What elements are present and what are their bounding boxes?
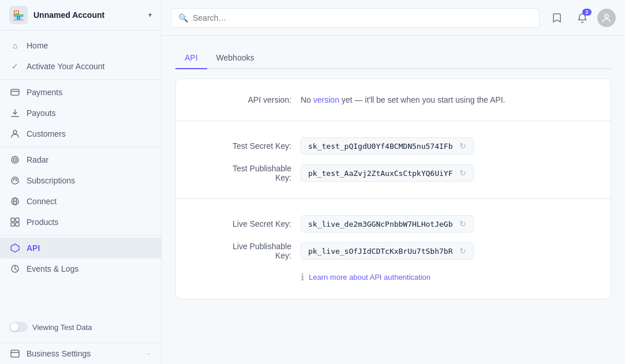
search-input[interactable] <box>193 13 532 22</box>
notification-count: 2 <box>582 9 592 16</box>
sidebar-item-products[interactable]: Products <box>0 212 161 232</box>
api-tabs: API Webhooks <box>175 47 611 69</box>
toggle-label: Viewing Test Data <box>32 323 92 332</box>
search-icon: 🔍 <box>178 13 188 22</box>
api-version-text: No version yet — it'll be set when you s… <box>301 95 505 104</box>
account-name: Unnamed Account <box>33 10 148 20</box>
svg-rect-12 <box>16 218 19 222</box>
test-publishable-key-value: pk_test_AaZvj2ZtAuxCsCtpkYQ6UiYF <box>308 169 455 178</box>
sidebar-item-connect-label: Connect <box>27 197 57 206</box>
tab-webhooks[interactable]: Webhooks <box>207 47 264 69</box>
svg-rect-14 <box>16 223 19 226</box>
user-avatar[interactable] <box>597 9 616 27</box>
live-publishable-key-label: Live Publishable Key: <box>199 242 291 260</box>
main-content: 🔍 2 API Webhooks AP <box>162 0 625 364</box>
live-publishable-refresh-icon[interactable]: ↻ <box>459 246 466 256</box>
sidebar-item-payments-label: Payments <box>27 88 62 97</box>
test-keys-section: Test Secret Key: sk_test_pQIgdU0Yf4BCMDN… <box>176 121 611 198</box>
live-secret-key-value: sk_live_de2m3GGNcPnbbW7HLHotJeGb <box>308 220 455 228</box>
svg-marker-15 <box>11 244 19 252</box>
live-publishable-key-value: pk_live_sOfJIdCDTcKxBrUu7tSbh7bR <box>308 247 455 256</box>
live-publishable-label-line2: Key: <box>275 251 291 260</box>
payouts-icon <box>9 107 21 119</box>
live-secret-key-row: Live Secret Key: sk_live_de2m3GGNcPnbbW7… <box>199 215 587 232</box>
sidebar-item-api[interactable]: API <box>0 238 161 258</box>
test-data-toggle-section: Viewing Test Data <box>0 314 161 340</box>
sidebar-item-business-settings[interactable]: Business Settings → <box>0 343 161 364</box>
nav-divider-1 <box>0 79 161 80</box>
version-link[interactable]: version <box>313 95 339 104</box>
sidebar-item-payouts[interactable]: Payouts <box>0 103 161 123</box>
payments-icon <box>9 87 21 98</box>
test-publishable-refresh-icon[interactable]: ↻ <box>459 168 466 178</box>
test-secret-key-row: Test Secret Key: sk_test_pQIgdU0Yf4BCMDN… <box>199 137 587 155</box>
info-row: ℹ Learn more about API authentication <box>199 269 587 283</box>
content-area: API Webhooks API version: No version yet… <box>162 36 625 364</box>
test-secret-key-field: sk_test_pQIgdU0Yf4BCMDN5nu574IFb ↻ <box>301 137 474 155</box>
topbar-icons: 2 <box>547 7 616 28</box>
version-suffix: yet — it'll be set when you start using … <box>342 95 506 104</box>
live-secret-refresh-icon[interactable]: ↻ <box>459 219 466 228</box>
sidebar-item-events-label: Events & Logs <box>27 264 78 273</box>
sidebar-item-customers[interactable]: Customers <box>0 123 161 144</box>
api-version-label: API version: <box>199 95 291 104</box>
test-secret-key-value: sk_test_pQIgdU0Yf4BCMDN5nu574IFb <box>308 142 455 151</box>
api-icon <box>9 242 21 254</box>
svg-rect-19 <box>11 350 19 357</box>
events-icon <box>9 263 21 275</box>
sidebar-item-home-label: Home <box>27 41 48 50</box>
test-publishable-key-field: pk_test_AaZvj2ZtAuxCsCtpkYQ6UiYF ↻ <box>301 164 474 182</box>
live-publishable-key-row: Live Publishable Key: pk_live_sOfJIdCDTc… <box>199 242 587 260</box>
api-version-section: API version: No version yet — it'll be s… <box>176 79 611 121</box>
info-icon: ℹ <box>301 272 304 283</box>
test-secret-refresh-icon[interactable]: ↻ <box>459 141 466 151</box>
subscriptions-icon <box>9 175 21 186</box>
account-icon: 🏪 <box>9 6 28 24</box>
tab-api[interactable]: API <box>175 47 207 69</box>
svg-point-6 <box>14 159 16 160</box>
sidebar-item-activate[interactable]: ✓ Activate Your Account <box>0 56 161 77</box>
check-icon: ✓ <box>9 61 21 72</box>
svg-point-3 <box>13 130 17 134</box>
live-secret-key-label: Live Secret Key: <box>199 219 291 228</box>
test-publishable-key-label: Test Publishable Key: <box>199 164 291 182</box>
info-link[interactable]: Learn more about API authentication <box>309 273 431 282</box>
sidebar-item-events[interactable]: Events & Logs <box>0 258 161 279</box>
notification-button[interactable]: 2 <box>572 7 593 28</box>
nav-divider-3 <box>0 235 161 235</box>
sidebar-item-radar-label: Radar <box>27 155 48 164</box>
svg-rect-11 <box>11 218 14 222</box>
search-box[interactable]: 🔍 <box>171 8 540 28</box>
live-secret-key-field: sk_live_de2m3GGNcPnbbW7HLHotJeGb ↻ <box>301 215 474 232</box>
sidebar-item-payouts-label: Payouts <box>27 108 56 118</box>
bookmark-button[interactable] <box>547 7 567 28</box>
sidebar-item-customers-label: Customers <box>27 129 66 138</box>
toggle-switch-icon[interactable] <box>9 322 28 332</box>
sidebar-item-subscriptions[interactable]: Subscriptions <box>0 170 161 191</box>
sidebar-item-connect[interactable]: Connect <box>0 191 161 212</box>
api-card: API version: No version yet — it'll be s… <box>175 78 611 299</box>
sidebar-item-subscriptions-label: Subscriptions <box>27 176 75 185</box>
topbar: 🔍 2 <box>162 0 625 36</box>
products-icon <box>9 216 21 228</box>
viewing-test-data-toggle[interactable]: Viewing Test Data <box>9 318 152 336</box>
sidebar-nav: ⌂ Home ✓ Activate Your Account Payments … <box>0 31 161 314</box>
customers-icon <box>9 128 21 140</box>
connect-icon <box>9 196 21 207</box>
sidebar-item-payments[interactable]: Payments <box>0 82 161 103</box>
sidebar-item-home[interactable]: ⌂ Home <box>0 35 161 56</box>
test-publishable-key-row: Test Publishable Key: pk_test_AaZvj2ZtAu… <box>199 164 587 182</box>
chevron-down-icon: ▾ <box>148 11 152 19</box>
svg-rect-0 <box>11 89 19 95</box>
test-secret-key-label: Test Secret Key: <box>199 141 291 151</box>
sidebar-item-radar[interactable]: Radar <box>0 149 161 170</box>
business-settings-arrow-icon: → <box>145 350 152 358</box>
sidebar-item-products-label: Products <box>27 217 58 227</box>
test-publishable-label-line2: Key: <box>275 173 291 182</box>
business-settings-label: Business Settings <box>27 349 91 358</box>
live-publishable-key-field: pk_live_sOfJIdCDTcKxBrUu7tSbh7bR ↻ <box>301 242 474 260</box>
account-header[interactable]: 🏪 Unnamed Account ▾ <box>0 0 161 31</box>
svg-point-21 <box>605 14 608 18</box>
svg-line-18 <box>15 269 17 270</box>
svg-point-7 <box>12 177 18 184</box>
